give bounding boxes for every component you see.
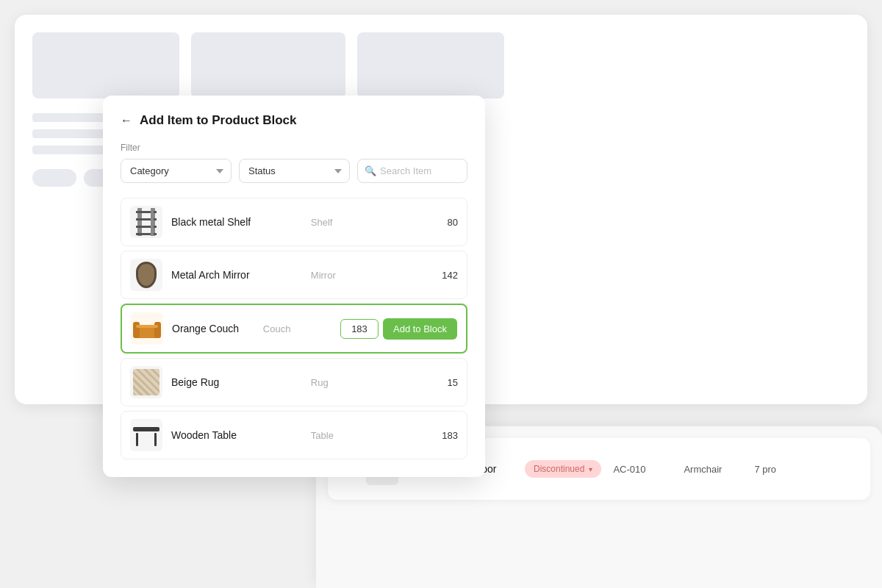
product-thumbnail xyxy=(130,366,162,398)
product-name: Black metal Shelf xyxy=(171,216,302,228)
search-icon: 🔍 xyxy=(365,165,376,176)
product-row-active[interactable]: Orange Couch Couch Add to Block xyxy=(121,304,467,354)
filter-label: Filter xyxy=(121,143,467,153)
product-category: Shelf xyxy=(311,217,420,228)
product-count: 183 xyxy=(429,430,458,441)
bg-placeholder-1 xyxy=(32,32,179,98)
product-thumbnail xyxy=(130,419,162,451)
add-to-block-button[interactable]: Add to Block xyxy=(383,318,457,340)
product-row[interactable]: Black metal Shelf Shelf 80 xyxy=(121,198,467,246)
bottom-item-type: Armchair xyxy=(684,464,742,475)
product-name: Orange Couch xyxy=(172,323,254,334)
filter-row: Category Status 🔍 xyxy=(121,159,467,183)
status-badge[interactable]: Discontinued ▾ xyxy=(525,460,601,478)
back-button[interactable]: ← xyxy=(121,114,132,127)
product-list: Black metal Shelf Shelf 80 Metal Arch Mi… xyxy=(121,198,467,459)
status-label: Discontinued xyxy=(534,464,584,474)
product-category: Rug xyxy=(311,377,420,388)
search-wrapper: 🔍 xyxy=(357,159,467,183)
bottom-item-sku: AC-010 xyxy=(613,464,672,475)
product-name: Beige Rug xyxy=(171,376,302,388)
product-name: Metal Arch Mirror xyxy=(171,269,302,281)
status-select[interactable]: Status xyxy=(239,159,350,183)
product-count: 15 xyxy=(429,377,458,388)
product-row[interactable]: Wooden Table Table 183 xyxy=(121,411,467,459)
product-count: 80 xyxy=(429,217,458,228)
qty-input-wrap: Add to Block xyxy=(340,318,457,340)
product-name: Wooden Table xyxy=(171,429,302,441)
product-thumbnail xyxy=(131,312,163,345)
product-category: Mirror xyxy=(311,270,420,281)
qty-input[interactable] xyxy=(340,319,379,339)
bottom-item-products: 7 pro xyxy=(754,464,776,475)
modal-title: Add Item to Product Block xyxy=(140,113,296,128)
chevron-down-icon: ▾ xyxy=(589,465,592,473)
bg-placeholder-3 xyxy=(357,32,504,98)
product-category: Couch xyxy=(263,323,331,334)
product-row[interactable]: Beige Rug Rug 15 xyxy=(121,358,467,406)
product-thumbnail xyxy=(130,206,162,238)
product-thumbnail xyxy=(130,259,162,291)
add-item-modal: ← Add Item to Product Block Filter Categ… xyxy=(103,96,485,477)
bg-placeholder-2 xyxy=(191,32,345,98)
category-select[interactable]: Category xyxy=(121,159,232,183)
product-category: Table xyxy=(311,430,420,441)
modal-header: ← Add Item to Product Block xyxy=(121,113,467,128)
product-row[interactable]: Metal Arch Mirror Mirror 142 xyxy=(121,251,467,299)
bg-tag xyxy=(32,169,76,187)
product-count: 142 xyxy=(429,270,458,281)
